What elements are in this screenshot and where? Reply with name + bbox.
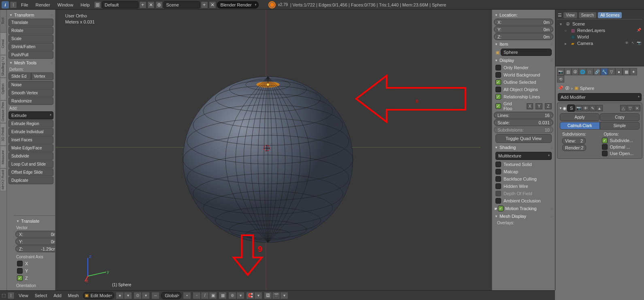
- outliner-editor-icon[interactable]: ☰: [558, 13, 562, 18]
- proptab-constraints-icon[interactable]: 🔗: [593, 68, 601, 75]
- shading-header[interactable]: Shading::::: [494, 144, 553, 151]
- op-z-field[interactable]: Z:-1.29cm: [15, 245, 55, 252]
- mod-editmode-toggle-icon[interactable]: ✎: [589, 105, 596, 111]
- extrude-region-button[interactable]: Extrude Region: [9, 120, 53, 128]
- noise-button[interactable]: Noise: [9, 81, 53, 89]
- add-modifier-dropdown[interactable]: Add Modifier: [558, 93, 642, 101]
- backface-culling-check[interactable]: [495, 176, 501, 182]
- shrinkfatten-button[interactable]: Shrink/Fatten: [9, 43, 53, 51]
- vtab-shading[interactable]: Shading / U: [0, 55, 6, 78]
- proptab-scene-icon[interactable]: ⦿: [572, 68, 579, 75]
- pivot-icon[interactable]: ⊙: [134, 292, 142, 299]
- mod-movedown-icon[interactable]: ▽: [627, 105, 633, 111]
- vtab-create[interactable]: Creat: [0, 32, 6, 55]
- mod-name-field[interactable]: S: [567, 104, 575, 112]
- shading-menu-icon[interactable]: ▾: [124, 292, 132, 299]
- hidden-wire-check[interactable]: [495, 183, 501, 189]
- cam-restrict-view-icon[interactable]: 👁: [624, 41, 629, 46]
- mod-delete-icon[interactable]: ✕: [634, 105, 640, 111]
- grid-floor-check[interactable]: [495, 103, 501, 109]
- slide-edge-button[interactable]: Slide Ed: [9, 72, 31, 80]
- world-bg-check[interactable]: [495, 72, 501, 78]
- tree-camera[interactable]: ▸▰Camera👁↖📷: [557, 40, 642, 47]
- loopcut-slide-button[interactable]: Loop Cut and Slide: [9, 160, 53, 168]
- proptab-modifiers-icon[interactable]: 🔧: [601, 68, 608, 75]
- grid-axis-x[interactable]: X: [527, 103, 533, 109]
- opengl-render-anim-icon[interactable]: 🎬: [272, 292, 280, 299]
- tree-renderlayers[interactable]: ○▧RenderLayers📌: [557, 27, 642, 34]
- randomize-button[interactable]: Randomize: [9, 97, 53, 105]
- opengl-render-image-icon[interactable]: 🖼: [264, 292, 272, 299]
- scene-add-icon[interactable]: +: [201, 1, 208, 9]
- menu-help[interactable]: Help: [77, 1, 93, 9]
- vertex-select-icon[interactable]: ▫: [193, 292, 201, 299]
- editor-type-icon[interactable]: ⬚: [2, 293, 6, 298]
- all-origins-check[interactable]: [495, 87, 501, 92]
- info-icon[interactable]: i: [2, 1, 9, 9]
- layers-1-icon[interactable]: ▪: [183, 292, 191, 299]
- menu-render[interactable]: Render: [32, 1, 53, 9]
- mesh-display-header[interactable]: Mesh Display::::: [494, 213, 553, 220]
- scale-button[interactable]: Scale: [9, 35, 53, 43]
- loc-z-field[interactable]: Z:0m: [494, 33, 553, 40]
- 3d-viewport[interactable]: User Ortho Meters x 0.031: [55, 10, 492, 290]
- rl-pin-icon[interactable]: 📌: [636, 28, 642, 33]
- layout-selector[interactable]: Default: [102, 1, 138, 9]
- pin-icon[interactable]: 📌: [558, 85, 563, 91]
- proptab-texture-icon[interactable]: ▦: [623, 68, 630, 75]
- mod-simple-button[interactable]: Simple: [600, 122, 640, 130]
- slide-vertex-button[interactable]: Vertex: [31, 72, 54, 80]
- relationship-lines-check[interactable]: [495, 94, 501, 100]
- subdiv-view-field[interactable]: View:2: [562, 138, 586, 144]
- pivot-menu-icon[interactable]: ▾: [142, 292, 150, 299]
- op-x-field[interactable]: X:0m: [15, 231, 55, 238]
- inset-faces-button[interactable]: Inset Faces: [9, 136, 53, 144]
- extrude-individual-button[interactable]: Extrude Individual: [9, 128, 53, 136]
- snap-icon[interactable]: 🧲: [246, 292, 254, 299]
- collapse-menus-icon[interactable]: ⁝: [7, 292, 15, 299]
- textured-solid-check[interactable]: [495, 162, 501, 167]
- proptab-particles-icon[interactable]: ✦: [630, 68, 637, 75]
- grid-scale-field[interactable]: Scale:0.031: [494, 119, 553, 126]
- orientation-dropdown[interactable]: Global: [161, 292, 181, 299]
- meshtools-header[interactable]: Mesh Tools::::: [9, 59, 53, 66]
- expand-icon[interactable]: ⁝: [10, 1, 17, 9]
- subdivide-button[interactable]: Subdivide: [9, 152, 53, 160]
- smoothvertex-button[interactable]: Smooth Vertex: [9, 89, 53, 97]
- shading-solid-icon[interactable]: ●: [116, 292, 124, 299]
- outline-selected-check[interactable]: [495, 79, 501, 85]
- select-menu[interactable]: Select: [32, 292, 50, 299]
- edge-select-icon[interactable]: /: [201, 292, 209, 299]
- ao-check[interactable]: [495, 198, 501, 204]
- proptab-world-icon[interactable]: 🌐: [579, 68, 586, 75]
- add-menu[interactable]: Add: [51, 292, 64, 299]
- rotate-button[interactable]: Rotate: [9, 27, 53, 34]
- mod-apply-button[interactable]: Apply: [560, 113, 599, 121]
- extrude-dropdown[interactable]: Extrude: [9, 111, 53, 119]
- tree-scene[interactable]: ▾⦿Scene: [557, 21, 642, 27]
- shading-dropdown[interactable]: Multitexture: [495, 152, 552, 160]
- vtab-3dprint[interactable]: 3D Printi: [0, 123, 6, 146]
- face-select-icon[interactable]: ▣: [209, 292, 217, 299]
- mesh-menu[interactable]: Mesh: [66, 292, 81, 299]
- proptab-material-icon[interactable]: ●: [615, 68, 623, 75]
- vtab-measure[interactable]: Measure: [0, 146, 6, 168]
- mod-moveup-icon[interactable]: △: [620, 105, 627, 111]
- constraint-x-check[interactable]: [17, 261, 23, 266]
- prop-edit-falloff-icon[interactable]: ▾: [236, 292, 244, 299]
- outliner-filter-dropdown[interactable]: All Scenes: [598, 12, 622, 18]
- cam-restrict-select-icon[interactable]: ↖: [630, 41, 635, 46]
- item-name-field[interactable]: Sphere: [501, 49, 552, 56]
- render-engine-dropdown[interactable]: Blender Render: [217, 1, 259, 9]
- manipulator-icon[interactable]: ↔: [151, 292, 159, 299]
- scene-browse-icon[interactable]: ⊚: [155, 1, 163, 9]
- only-render-check[interactable]: [495, 65, 501, 70]
- loc-y-field[interactable]: Y:0m: [494, 26, 553, 33]
- grid-lines-field[interactable]: Lines:16: [494, 112, 553, 119]
- outliner-view-menu[interactable]: View: [563, 12, 577, 18]
- scene-delete-icon[interactable]: ✕: [209, 1, 216, 9]
- subdiv-render-field[interactable]: Render:2: [562, 145, 586, 151]
- menu-window[interactable]: Window: [54, 1, 77, 9]
- grid-axis-y[interactable]: Y: [536, 103, 542, 109]
- motion-tracking-header[interactable]: ▶ Motion Tracking::::: [494, 204, 553, 213]
